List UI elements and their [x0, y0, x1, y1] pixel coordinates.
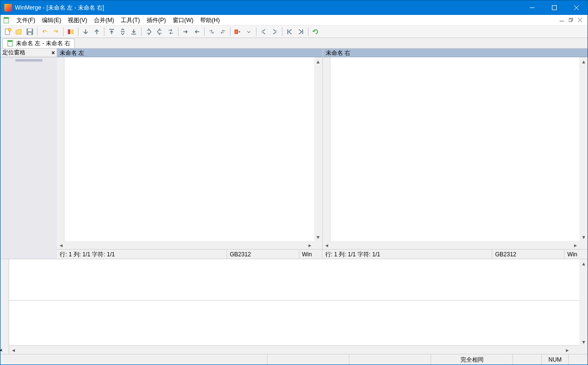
diff-swap-button[interactable] — [166, 26, 176, 37]
document-tab[interactable]: 未命名 左 - 未命名 右 — [2, 38, 75, 48]
menu-help[interactable]: 帮助(H) — [197, 15, 223, 25]
location-pane: 定位窗格 × — [0, 49, 57, 259]
menu-merge[interactable]: 合并(M) — [90, 15, 117, 25]
location-pane-title: 定位窗格 — [2, 49, 26, 57]
options-dropdown-button[interactable] — [243, 26, 254, 37]
next-diff-left-button[interactable] — [154, 26, 165, 37]
last-file-button[interactable] — [295, 26, 306, 37]
statusbar-numlock: NUM — [541, 354, 568, 365]
scroll-track[interactable] — [579, 267, 588, 338]
right-pane-header[interactable]: 未命名 右 — [323, 49, 588, 57]
svg-rect-14 — [28, 29, 32, 31]
statusbar: 完全相同 NUM — [0, 354, 588, 365]
menu-view[interactable]: 视图(V) — [64, 15, 90, 25]
svg-rect-8 — [569, 19, 572, 22]
right-hscrollbar[interactable]: ◂ ▸ — [323, 241, 588, 249]
location-pane-close-icon[interactable]: × — [51, 50, 55, 56]
next-diff-right-button[interactable] — [143, 26, 154, 37]
scroll-track[interactable] — [579, 65, 588, 233]
new-button[interactable] — [2, 26, 13, 37]
mdi-controls — [558, 17, 586, 24]
maximize-button[interactable] — [543, 0, 565, 15]
diff-pane-body: ◂ ▸ — [9, 259, 579, 354]
svg-rect-22 — [261, 30, 263, 33]
location-strip — [15, 59, 42, 62]
prev-file-button[interactable] — [258, 26, 269, 37]
left-pane: 未命名 左 ▴ ▾ ◂ ▸ — [57, 49, 322, 249]
svg-rect-21 — [235, 30, 238, 34]
diff-pane-label-bar: × 差异窗格 — [0, 259, 9, 354]
left-text-area[interactable] — [64, 57, 314, 241]
right-text-area[interactable] — [331, 57, 580, 241]
mdi-minimize-button[interactable] — [558, 17, 565, 24]
left-hscrollbar[interactable]: ◂ ▸ — [57, 241, 322, 249]
svg-rect-16 — [68, 29, 70, 34]
left-pane-header[interactable]: 未命名 左 — [57, 49, 322, 57]
app-name: WinMerge — [15, 4, 41, 11]
minimize-button[interactable] — [521, 0, 543, 15]
left-status-position: 行: 1 列: 1/1 字符: 1/1 — [57, 250, 227, 259]
menu-edit[interactable]: 编辑(E) — [38, 15, 64, 25]
location-pane-header: 定位窗格 × — [0, 49, 57, 57]
menu-plugins[interactable]: 插件(P) — [143, 15, 169, 25]
scroll-up-icon[interactable]: ▴ — [579, 259, 588, 267]
last-diff-button[interactable] — [128, 26, 139, 37]
left-vscrollbar[interactable]: ▴ ▾ — [314, 57, 322, 241]
menu-file[interactable]: 文件(F) — [13, 15, 38, 25]
current-diff-button[interactable] — [117, 26, 128, 37]
undo-button[interactable] — [39, 26, 50, 37]
save-button[interactable] — [25, 26, 35, 37]
first-diff-button[interactable] — [106, 26, 117, 37]
scroll-track[interactable] — [17, 346, 563, 354]
redo-button[interactable] — [51, 26, 61, 37]
compare-button[interactable] — [65, 26, 76, 37]
scroll-up-icon[interactable]: ▴ — [314, 57, 322, 65]
diff-hscrollbar[interactable]: ◂ ▸ — [9, 346, 579, 354]
diff-row[interactable] — [9, 259, 579, 301]
scroll-down-icon[interactable]: ▾ — [579, 233, 588, 241]
all-right-button[interactable] — [232, 26, 243, 37]
mdi-restore-button[interactable] — [567, 17, 575, 24]
scroll-left-icon[interactable]: ◂ — [323, 241, 331, 249]
next-diff-button[interactable] — [80, 26, 91, 37]
copy-right-advance-button[interactable] — [206, 26, 217, 37]
scroll-track[interactable] — [314, 65, 322, 233]
prev-diff-button[interactable] — [91, 26, 102, 37]
open-button[interactable] — [13, 26, 24, 37]
right-vscrollbar[interactable]: ▴ ▾ — [579, 57, 588, 241]
location-pane-body[interactable] — [0, 57, 57, 259]
left-status-eol[interactable]: Win — [299, 250, 322, 259]
window-controls — [521, 0, 588, 15]
scroll-right-icon[interactable]: ▸ — [306, 241, 314, 249]
svg-rect-23 — [276, 30, 277, 33]
copy-right-button[interactable] — [180, 26, 191, 37]
right-status-encoding[interactable]: GB2312 — [492, 250, 564, 259]
document-icon — [2, 16, 10, 24]
scroll-right-icon[interactable]: ▸ — [563, 346, 571, 354]
diff-row[interactable] — [9, 301, 579, 342]
left-gutter — [57, 57, 64, 241]
right-pane: 未命名 右 ▴ ▾ ◂ ▸ — [322, 49, 588, 249]
next-file-button[interactable] — [269, 26, 280, 37]
scroll-down-icon[interactable]: ▾ — [314, 233, 322, 241]
diff-vscrollbar[interactable]: ▴ ▾ — [579, 259, 588, 354]
scroll-down-icon[interactable]: ▾ — [579, 338, 588, 346]
right-status-eol[interactable]: Win — [564, 250, 588, 259]
menu-tools[interactable]: 工具(T) — [117, 15, 143, 25]
svg-rect-5 — [4, 17, 9, 19]
left-status-encoding[interactable]: GB2312 — [227, 250, 299, 259]
first-file-button[interactable] — [284, 26, 295, 37]
mdi-close-button[interactable] — [576, 17, 584, 24]
refresh-button[interactable] — [310, 26, 321, 37]
scroll-left-icon[interactable]: ◂ — [57, 241, 65, 249]
menu-window[interactable]: 窗口(W) — [169, 15, 197, 25]
copy-left-button[interactable] — [192, 26, 202, 37]
scroll-left-icon[interactable]: ◂ — [9, 346, 17, 354]
scroll-up-icon[interactable]: ▴ — [579, 57, 588, 65]
diff-rows[interactable] — [9, 259, 579, 346]
scroll-track[interactable] — [331, 241, 572, 249]
scroll-right-icon[interactable]: ▸ — [571, 241, 579, 249]
close-button[interactable] — [565, 0, 588, 15]
copy-left-advance-button[interactable] — [217, 26, 228, 37]
scroll-track[interactable] — [65, 241, 306, 249]
